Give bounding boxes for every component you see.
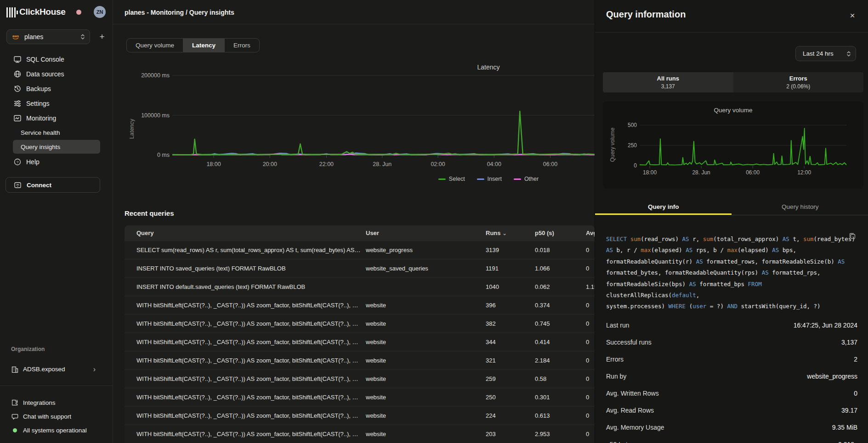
sidebar-item-integrations[interactable]: Integrations	[0, 396, 113, 410]
tab-query-volume[interactable]: Query volume	[127, 39, 183, 52]
cell-avg: 0	[586, 407, 589, 425]
stat-row: p50 Latency0.018s	[606, 436, 857, 443]
table-row[interactable]: WITH bitShiftLeft(CAST(?..), _CAST(?..))…	[125, 406, 595, 425]
sidebar-item-chat-support[interactable]: Chat with support	[0, 410, 113, 424]
legend-item-select[interactable]: Select	[438, 176, 465, 182]
y-tick: 0 ms	[157, 152, 170, 158]
sidebar-item-service-health[interactable]: Service health	[13, 126, 100, 139]
column-header-avg[interactable]: Avg.	[586, 225, 595, 241]
cell-p50: 0.301	[535, 388, 550, 407]
close-icon[interactable]: ×	[847, 10, 858, 21]
cell-query: WITH bitShiftLeft(CAST(?..), _CAST(?..))…	[136, 370, 361, 388]
cell-runs: 259	[486, 370, 496, 388]
footer-item-label: Chat with support	[23, 413, 71, 420]
x-tick: 28. Jun	[373, 161, 391, 167]
sidebar-item-data-sources[interactable]: Data sources	[0, 67, 113, 81]
stat-value: 39.17	[841, 407, 857, 414]
time-range-select[interactable]: Last 24 hrs	[795, 46, 856, 61]
sidebar-item-sql-console[interactable]: SQL Console	[0, 52, 113, 67]
legend-swatch	[514, 178, 521, 180]
recent-queries-body: SELECT sum(read_rows) AS r, sum(total_ro…	[125, 241, 595, 443]
recent-queries-title: Recent queries	[125, 209, 174, 217]
sidebar-item-system-status[interactable]: All systems operational	[0, 424, 113, 437]
table-row[interactable]: WITH bitShiftLeft(CAST(?..), _CAST(?..))…	[125, 369, 595, 388]
stat-label: Errors	[606, 356, 624, 363]
table-row[interactable]: WITH bitShiftLeft(CAST(?..), _CAST(?..))…	[125, 425, 595, 443]
table-row[interactable]: WITH bitShiftLeft(CAST(?..), _CAST(?..))…	[125, 388, 595, 406]
avatar[interactable]: ZN	[94, 6, 106, 18]
column-header-user[interactable]: User	[366, 225, 379, 241]
table-row[interactable]: WITH bitShiftLeft(CAST(?..), _CAST(?..))…	[125, 314, 595, 333]
column-header-query[interactable]: Query	[136, 225, 154, 241]
cell-user: website_saved_queries	[366, 259, 428, 278]
legend-item-other[interactable]: Other	[514, 176, 539, 182]
backups-icon	[13, 85, 22, 93]
table-row[interactable]: WITH bitShiftLeft(CAST(?..), _CAST(?..))…	[125, 333, 595, 351]
cell-p50: 0.613	[535, 407, 550, 425]
notification-dot-icon[interactable]	[76, 10, 81, 15]
cell-runs: 382	[486, 315, 496, 333]
tab-errors[interactable]: Errors	[224, 39, 259, 52]
workspace-selector[interactable]: aws planes	[6, 29, 90, 44]
status-dot-icon	[11, 426, 19, 434]
code-line: formatReadableQuantity(r) AS formatted_r…	[606, 256, 858, 267]
column-header-p50[interactable]: p50 (s)	[535, 225, 554, 241]
cell-runs: 1040	[486, 278, 499, 296]
y-axis-label: Query volume	[609, 120, 616, 170]
chart-title: Query volume	[714, 107, 752, 114]
sidebar-item-label: SQL Console	[26, 56, 64, 63]
stat-label: Avg. Memory Usage	[606, 424, 664, 431]
sidebar-item-help[interactable]: ? Help	[0, 155, 113, 169]
column-header-runs[interactable]: Runs⌄	[486, 225, 507, 241]
tab-all-runs[interactable]: All runs 3,137	[603, 72, 733, 92]
sidebar-item-query-insights[interactable]: Query insights	[13, 140, 100, 154]
stat-value: 0	[854, 390, 857, 397]
sidebar-item-label: Backups	[26, 85, 51, 92]
sidebar-divider	[0, 385, 113, 386]
breadcrumb: planes - Monitoring / Query insights	[125, 9, 234, 16]
cell-avg: 0	[586, 351, 589, 370]
sql-query-code[interactable]: SELECT sum(read_rows) AS r, sum(total_ro…	[606, 234, 858, 312]
sidebar-item-monitoring[interactable]: Monitoring	[0, 111, 113, 126]
table-row[interactable]: INSERT INTO default.saved_queries (text)…	[125, 277, 595, 296]
stat-value: 2	[854, 356, 857, 363]
chat-icon	[11, 413, 19, 420]
connect-label: Connect	[27, 182, 51, 189]
table-header: Query User Runs⌄ p50 (s) Avg.	[125, 225, 595, 241]
legend-swatch	[438, 178, 446, 180]
cell-p50: 0.58	[535, 370, 546, 388]
sidebar-item-settings[interactable]: Settings	[0, 96, 113, 111]
query-volume-plot[interactable]	[640, 118, 846, 169]
y-axis-ticks: 500 250 0	[617, 101, 637, 175]
stat-label: Run by	[606, 373, 626, 380]
sidebar-item-label: Settings	[26, 100, 50, 107]
code-line: formatted_bytes, formatReadableQuantity(…	[606, 267, 858, 278]
connect-button[interactable]: Connect	[6, 177, 100, 193]
stat-row: Avg. Read Rows39.17	[606, 402, 857, 419]
stat-value: 0.018s	[838, 441, 857, 443]
cell-runs: 224	[486, 407, 496, 425]
latency-plot[interactable]	[172, 60, 595, 175]
x-tick: 04:00	[487, 161, 501, 167]
cell-avg: 0	[586, 241, 589, 259]
chart-legend: SelectInsertOther	[438, 176, 539, 182]
stat-row: Successful runs3,137	[606, 334, 857, 351]
tab-query-history[interactable]: Query history	[732, 201, 868, 215]
organization-selector[interactable]: ADSB.exposed ›	[0, 362, 113, 377]
table-row[interactable]: WITH bitShiftLeft(CAST(?..), _CAST(?..))…	[125, 296, 595, 314]
tab-latency[interactable]: Latency	[183, 39, 224, 52]
legend-item-insert[interactable]: Insert	[477, 176, 502, 182]
latency-chart: Latency Latency 200000 ms 100000 ms 0 ms…	[113, 60, 595, 193]
stat-row: Errors2	[606, 351, 857, 368]
stat-value: website_progress	[807, 373, 857, 380]
tab-errors-summary[interactable]: Errors 2 (0.06%)	[733, 72, 864, 92]
x-tick: 06:00	[746, 169, 760, 176]
sidebar-item-backups[interactable]: Backups	[0, 81, 113, 96]
table-row[interactable]: INSERT INTO saved_queries (text) FORMAT …	[125, 259, 595, 277]
table-row[interactable]: WITH bitShiftLeft(CAST(?..), _CAST(?..))…	[125, 351, 595, 369]
cell-p50: 0.062	[535, 278, 550, 296]
table-row[interactable]: SELECT sum(read_rows) AS r, sum(total_ro…	[125, 241, 595, 259]
copy-icon[interactable]	[849, 232, 857, 241]
tab-query-info[interactable]: Query info	[595, 201, 732, 215]
add-service-button[interactable]: +	[96, 30, 108, 43]
